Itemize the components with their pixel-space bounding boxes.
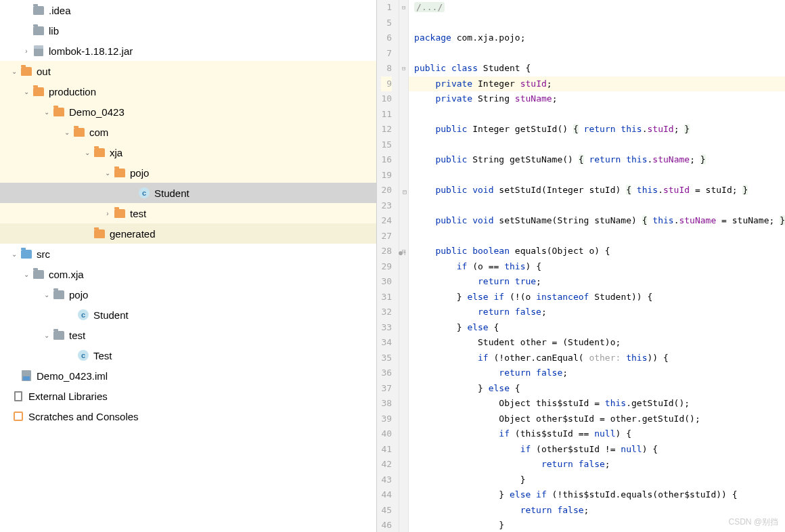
code-line[interactable]: package com.xja.pojo; — [409, 30, 785, 46]
code-line[interactable]: } else if (!(o instanceof Student)) { — [409, 290, 785, 305]
fold-cell[interactable] — [399, 290, 408, 305]
code-line[interactable]: } — [409, 472, 785, 488]
code-line[interactable]: public Integer getStuId() { return this.… — [409, 122, 785, 137]
fold-cell[interactable] — [399, 91, 408, 107]
expand-arrow-icon[interactable]: ⌄ — [41, 291, 53, 298]
code-line[interactable]: Object this$stuId = this.getStuId(); — [409, 396, 785, 412]
fold-cell[interactable] — [399, 412, 408, 427]
tree-item[interactable]: ⌄pojo — [0, 284, 376, 305]
expand-arrow-icon[interactable]: ⌄ — [20, 271, 32, 278]
code-line[interactable]: /.../ — [409, 0, 785, 16]
fold-cell[interactable] — [399, 503, 408, 518]
expand-arrow-icon[interactable]: ⌄ — [41, 332, 53, 339]
expand-arrow-icon[interactable]: ⌄ — [20, 88, 32, 95]
code-line[interactable]: public void setStuName(String stuName) {… — [409, 213, 785, 229]
expand-arrow-icon[interactable]: ⌄ — [8, 68, 20, 75]
code-line[interactable]: private String stuName; — [409, 91, 785, 107]
tree-item[interactable]: ⌄test — [0, 325, 376, 345]
tree-item[interactable]: generated — [0, 223, 376, 244]
tree-item[interactable]: Demo_0423.iml — [0, 365, 376, 386]
code-line[interactable]: private Integer stuId; — [409, 76, 785, 92]
tree-item[interactable]: ⌄pojo — [0, 162, 376, 183]
fold-cell[interactable] — [399, 365, 408, 381]
code-line[interactable]: if (!other.canEqual( other: this)) { — [409, 351, 785, 366]
code-line[interactable]: if (other$stuId != null) { — [409, 442, 785, 458]
fold-cell[interactable] — [399, 457, 408, 472]
tree-item[interactable]: cStudent — [0, 183, 376, 203]
code-line[interactable] — [409, 107, 785, 123]
fold-cell[interactable] — [399, 351, 408, 366]
code-line[interactable]: return false; — [409, 305, 785, 320]
fold-cell[interactable] — [399, 442, 408, 458]
expand-arrow-icon[interactable]: ⌄ — [8, 250, 20, 258]
tree-item[interactable]: ⌄production — [0, 81, 376, 102]
fold-cell[interactable] — [399, 426, 408, 442]
code-line[interactable]: return false; — [409, 457, 785, 472]
tree-item[interactable]: ⌄com — [0, 122, 376, 142]
tree-item[interactable]: ⌄src — [0, 244, 376, 264]
code-line[interactable]: public class Student { — [409, 61, 785, 76]
code-line[interactable] — [409, 137, 785, 153]
code-line[interactable]: } else { — [409, 320, 785, 336]
tree-item[interactable]: .idea — [0, 0, 376, 20]
fold-cell[interactable] — [399, 320, 408, 336]
fold-cell[interactable] — [399, 381, 408, 397]
fold-cell[interactable] — [399, 122, 408, 137]
code-line[interactable]: public boolean equals(Object o) { — [409, 244, 785, 259]
fold-cell[interactable] — [399, 107, 408, 123]
fold-cell[interactable]: ⊟ — [399, 0, 408, 16]
code-line[interactable]: } else { — [409, 381, 785, 397]
fold-cell[interactable]: ⊟ — [399, 61, 408, 76]
code-line[interactable]: return false; — [409, 365, 785, 381]
project-tree[interactable]: .idealib›lombok-1.18.12.jar⌄out⌄producti… — [0, 0, 377, 532]
fold-cell[interactable] — [399, 46, 408, 62]
tree-item[interactable]: ⌄xja — [0, 142, 376, 162]
fold-cell[interactable] — [399, 30, 408, 46]
fold-column[interactable]: ⊟⊟⊟ — [399, 0, 409, 532]
fold-cell[interactable] — [399, 259, 408, 275]
tree-item[interactable]: ›test — [0, 203, 376, 223]
tree-item[interactable]: External Libraries — [0, 386, 376, 406]
fold-cell[interactable] — [399, 274, 408, 290]
expand-arrow-icon[interactable]: ⌄ — [102, 169, 114, 177]
fold-cell[interactable] — [399, 137, 408, 153]
fold-cell[interactable] — [399, 472, 408, 488]
code-line[interactable] — [409, 168, 785, 183]
expand-arrow-icon[interactable]: › — [20, 47, 32, 55]
code-line[interactable]: Object other$stuId = other.getStuId(); — [409, 412, 785, 427]
expand-arrow-icon[interactable]: › — [102, 210, 114, 217]
tree-item[interactable]: cStudent — [0, 305, 376, 325]
expand-arrow-icon[interactable]: ⌄ — [61, 129, 73, 136]
code-line[interactable]: if (o == this) { — [409, 259, 785, 275]
tree-item[interactable]: ⌄com.xja — [0, 264, 376, 284]
tree-item[interactable]: ›lombok-1.18.12.jar — [0, 41, 376, 61]
code-line[interactable]: Student other = (Student)o; — [409, 335, 785, 351]
fold-cell[interactable] — [399, 487, 408, 503]
fold-cell[interactable] — [399, 229, 408, 244]
tree-item[interactable]: lib — [0, 20, 376, 41]
fold-cell[interactable] — [399, 213, 408, 229]
code-line[interactable]: if (this$stuId == null) { — [409, 426, 785, 442]
fold-cell[interactable] — [399, 198, 408, 214]
code-line[interactable]: } else if (!this$stuId.equals(other$stuI… — [409, 487, 785, 503]
fold-cell[interactable] — [399, 396, 408, 412]
tree-item[interactable]: cTest — [0, 345, 376, 365]
code-line[interactable]: return false; — [409, 503, 785, 518]
expand-arrow-icon[interactable]: ⌄ — [41, 108, 53, 116]
code-line[interactable] — [409, 46, 785, 62]
tree-item[interactable]: ⌄out — [0, 61, 376, 81]
code-line[interactable]: public void setStuId(Integer stuId) { th… — [409, 183, 785, 198]
code-line[interactable]: return true; — [409, 274, 785, 290]
expand-arrow-icon[interactable]: ⌄ — [81, 149, 93, 156]
fold-cell[interactable] — [399, 152, 408, 168]
fold-cell[interactable] — [399, 76, 408, 92]
fold-cell[interactable] — [399, 305, 408, 320]
tree-item[interactable]: Scratches and Consoles — [0, 406, 376, 426]
code-line[interactable] — [409, 229, 785, 244]
fold-cell[interactable] — [399, 168, 408, 183]
code-line[interactable] — [409, 16, 785, 31]
code-line[interactable] — [409, 198, 785, 214]
code-line[interactable]: public String getStuName() { return this… — [409, 152, 785, 168]
fold-cell[interactable] — [399, 518, 408, 532]
fold-cell[interactable] — [399, 16, 408, 31]
